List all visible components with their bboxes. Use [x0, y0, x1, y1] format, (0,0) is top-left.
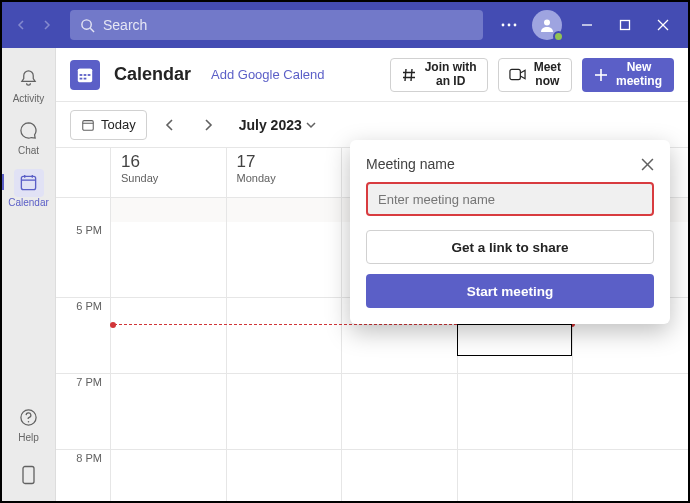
svg-point-15 — [28, 421, 30, 423]
device-icon — [21, 465, 36, 485]
search-icon — [80, 18, 95, 33]
rail-label: Calendar — [8, 197, 49, 208]
svg-rect-19 — [80, 74, 83, 76]
svg-point-5 — [544, 20, 550, 26]
meet-now-button[interactable]: Meetnow — [498, 58, 572, 92]
bell-icon — [19, 69, 38, 88]
maximize-button[interactable] — [606, 10, 644, 40]
month-picker[interactable]: July 2023 — [239, 117, 316, 133]
rail-label: Activity — [13, 93, 45, 104]
rail-chat[interactable]: Chat — [2, 110, 55, 162]
new-meeting-button[interactable]: Newmeeting — [582, 58, 674, 92]
plus-icon — [594, 68, 608, 82]
rail-label: Help — [18, 432, 39, 443]
chat-icon — [19, 121, 38, 140]
help-icon — [19, 408, 38, 427]
time-label: 8 PM — [56, 450, 110, 501]
prev-week-button[interactable] — [155, 110, 185, 140]
svg-line-1 — [90, 28, 94, 32]
app-rail: Activity Chat Calendar Help — [2, 48, 56, 501]
svg-rect-22 — [80, 77, 83, 79]
chevron-down-icon — [306, 121, 316, 129]
nav-back[interactable] — [8, 12, 34, 38]
nav-forward[interactable] — [34, 12, 60, 38]
popover-close-button[interactable] — [641, 158, 654, 171]
get-link-button[interactable]: Get a link to share — [366, 230, 654, 264]
next-week-button[interactable] — [193, 110, 223, 140]
search-input[interactable] — [103, 17, 473, 33]
avatar[interactable] — [532, 10, 562, 40]
more-icon[interactable] — [492, 8, 526, 42]
close-button[interactable] — [644, 10, 682, 40]
rail-device[interactable] — [2, 449, 55, 501]
day-header[interactable]: 17 Monday — [226, 148, 342, 197]
rail-help[interactable]: Help — [2, 397, 55, 449]
time-selection[interactable] — [457, 324, 573, 356]
svg-point-2 — [502, 24, 505, 27]
svg-point-3 — [508, 24, 511, 27]
video-icon — [509, 68, 526, 81]
add-google-calendar-link[interactable]: Add Google Calend — [211, 67, 324, 82]
popover-title: Meeting name — [366, 156, 455, 172]
svg-rect-27 — [83, 120, 94, 130]
meeting-name-input[interactable] — [366, 182, 654, 216]
svg-rect-24 — [510, 69, 520, 79]
time-label: 5 PM — [56, 222, 110, 297]
presence-dot — [553, 31, 564, 42]
calendar-app-icon — [70, 60, 100, 90]
svg-point-0 — [82, 19, 91, 28]
day-header[interactable]: 16 Sunday — [110, 148, 226, 197]
search-box[interactable] — [70, 10, 483, 40]
calendar-small-icon — [81, 118, 95, 132]
svg-rect-16 — [23, 467, 34, 484]
rail-activity[interactable]: Activity — [2, 58, 55, 110]
svg-rect-23 — [84, 77, 87, 79]
calendar-icon — [19, 173, 38, 192]
join-with-id-button[interactable]: Join withan ID — [390, 58, 488, 92]
meet-now-popover: Meeting name Get a link to share Start m… — [350, 140, 670, 324]
rail-label: Chat — [18, 145, 39, 156]
minimize-button[interactable] — [568, 10, 606, 40]
svg-rect-20 — [84, 74, 87, 76]
rail-calendar[interactable]: Calendar — [2, 162, 55, 214]
time-label: 7 PM — [56, 374, 110, 449]
svg-point-4 — [514, 24, 517, 27]
hash-icon — [401, 67, 417, 83]
start-meeting-button[interactable]: Start meeting — [366, 274, 654, 308]
svg-rect-21 — [88, 74, 91, 76]
svg-rect-18 — [78, 68, 92, 72]
time-label: 6 PM — [56, 298, 110, 373]
page-title: Calendar — [114, 64, 191, 85]
today-button[interactable]: Today — [70, 110, 147, 140]
svg-rect-10 — [21, 176, 35, 189]
svg-rect-7 — [621, 21, 630, 30]
